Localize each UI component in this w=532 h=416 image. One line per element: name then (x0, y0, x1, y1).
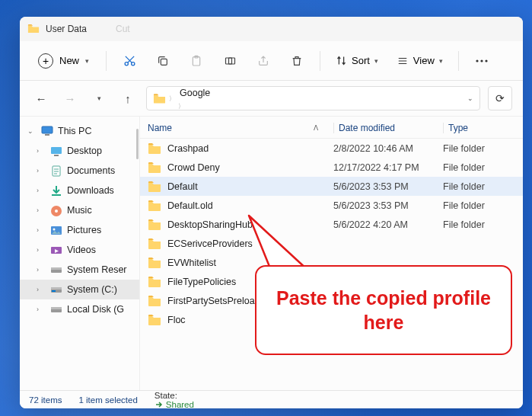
forward-button[interactable]: → (59, 88, 81, 109)
sidebar-item-desktop[interactable]: ›Desktop (20, 141, 139, 161)
breadcrumb-google[interactable]: Google (178, 86, 224, 100)
paste-button[interactable] (183, 49, 210, 73)
address-bar[interactable]: 〉 AppData〉Local〉Google〉Chrome〉User Data〉… (146, 86, 480, 110)
view-button[interactable]: View ▾ (390, 50, 449, 71)
folder-icon (148, 314, 161, 325)
plus-icon: + (38, 53, 53, 69)
file-row[interactable]: Default5/6/2023 3:53 PMFile folder (140, 177, 523, 196)
sidebar-item-system-reser[interactable]: ›System Reser (20, 260, 139, 280)
sidebar-item-documents[interactable]: ›Documents (20, 161, 139, 181)
svg-point-19 (53, 228, 56, 230)
nav-row: ← → ▾ ↑ 〉 AppData〉Local〉Google〉Chrome〉Us… (20, 81, 523, 116)
sidebar-root-thispc[interactable]: ⌄ This PC (20, 121, 139, 141)
chevron-down-icon: ▾ (439, 57, 443, 65)
callout-text: Paste the copied profile here (267, 286, 500, 335)
recent-button[interactable]: ▾ (88, 88, 110, 109)
status-bar: 72 items 1 item selected State: Shared (20, 390, 523, 408)
sidebar-root-label: This PC (58, 126, 91, 136)
sidebar-item-pictures[interactable]: ›Pictures (20, 220, 139, 240)
share-button[interactable] (250, 49, 277, 73)
sidebar-item-downloads[interactable]: ›Downloads (20, 181, 139, 200)
chevron-right-icon[interactable]: › (37, 266, 46, 274)
svg-point-17 (55, 210, 58, 213)
copy-button[interactable] (149, 49, 177, 73)
svg-rect-13 (54, 155, 59, 156)
folder-icon (148, 295, 161, 306)
chevron-down-icon[interactable]: ⌄ (27, 127, 37, 135)
sidebar-item-music[interactable]: ›Music (20, 200, 139, 220)
cut-button[interactable] (116, 49, 143, 73)
sort-icon (336, 55, 347, 66)
chevron-right-icon[interactable]: › (37, 147, 46, 155)
documents-icon (50, 165, 62, 177)
chevron-right-icon[interactable]: › (37, 206, 46, 214)
windrive-icon (50, 283, 62, 296)
column-date[interactable]: Date modified (333, 123, 443, 133)
more-button[interactable] (468, 49, 495, 73)
chevron-right-icon[interactable]: › (37, 286, 46, 293)
ghost-command: Cut (116, 24, 130, 34)
sidebar[interactable]: ⌄ This PC ›Desktop›Documents›Downloads›M… (20, 117, 140, 390)
file-row[interactable]: DesktopSharingHub5/6/2022 4:20 AMFile fo… (140, 215, 523, 234)
file-row[interactable]: Default.old5/6/2023 3:53 PMFile folder (140, 196, 523, 215)
chevron-down-icon: ▾ (374, 57, 378, 65)
sort-button[interactable]: Sort ▾ (330, 50, 384, 71)
file-name: Crowd Deny (167, 162, 220, 173)
new-button[interactable]: + New ▾ (30, 49, 97, 73)
file-date: 2/8/2022 10:46 AM (333, 143, 443, 154)
chevron-right-icon[interactable]: › (37, 246, 46, 254)
videos-icon (50, 244, 62, 256)
tree-label: Local Disk (G (67, 304, 124, 315)
file-row[interactable]: ECSerivceProviders (140, 234, 523, 253)
file-date: 5/6/2022 4:20 AM (333, 219, 443, 230)
file-row[interactable]: Crashpad2/8/2022 10:46 AMFile folder (140, 139, 523, 158)
file-name: Default (167, 181, 198, 192)
svg-rect-15 (52, 194, 61, 196)
tree-label: Videos (67, 245, 96, 255)
chevron-down-icon: ▾ (85, 57, 89, 65)
pictures-icon (50, 224, 62, 236)
chevron-right-icon[interactable]: 〉 (169, 94, 175, 103)
rename-button[interactable] (216, 49, 244, 73)
file-type: File folder (443, 143, 515, 154)
chevron-right-icon[interactable]: › (37, 306, 46, 313)
delete-button[interactable] (283, 49, 311, 73)
tree-label: System (C:) (67, 284, 117, 295)
file-row[interactable]: Crowd Deny12/17/2022 4:17 PMFile folder (140, 158, 523, 177)
sidebar-item-videos[interactable]: ›Videos (20, 240, 139, 260)
drive-icon (50, 264, 62, 276)
folder-icon (148, 142, 161, 154)
sort-indicator-icon: ᐱ (314, 124, 318, 132)
tree-label: System Reser (67, 264, 127, 275)
item-count: 72 items (29, 395, 62, 405)
back-button[interactable]: ← (30, 88, 52, 109)
folder-icon (27, 24, 40, 34)
svg-point-9 (485, 59, 487, 62)
svg-point-8 (480, 59, 483, 62)
file-name: FileTypePolicies (167, 277, 236, 287)
titlebar: User Data Cut (20, 17, 523, 41)
svg-rect-11 (45, 134, 49, 136)
sidebar-item-local-disk-g[interactable]: ›Local Disk (G (20, 299, 139, 319)
pc-icon (41, 125, 53, 137)
column-type[interactable]: Type (443, 123, 515, 133)
file-date: 5/6/2023 3:53 PM (333, 181, 443, 192)
file-name: ECSerivceProviders (167, 238, 253, 249)
chevron-right-icon[interactable]: › (37, 187, 46, 194)
shared-indicator: Shared (155, 400, 194, 409)
state-label: State: Shared (155, 391, 194, 409)
svg-point-7 (476, 59, 478, 62)
chevron-right-icon[interactable]: › (37, 167, 46, 174)
file-name: Default.old (167, 200, 213, 211)
refresh-button[interactable]: ⟳ (488, 86, 512, 110)
scrollbar[interactable] (136, 129, 139, 159)
sidebar-item-system-c-[interactable]: ›System (C:) (20, 280, 139, 299)
column-name[interactable]: Nameᐱ (148, 123, 333, 133)
up-button[interactable]: ↑ (117, 88, 139, 109)
tree-label: Documents (67, 165, 115, 176)
chevron-right-icon[interactable]: › (37, 226, 46, 234)
chevron-right-icon[interactable]: 〉 (178, 103, 184, 110)
chevron-down-icon[interactable]: ⌄ (467, 94, 473, 102)
folder-icon (148, 219, 161, 230)
desktop-icon (50, 145, 62, 157)
